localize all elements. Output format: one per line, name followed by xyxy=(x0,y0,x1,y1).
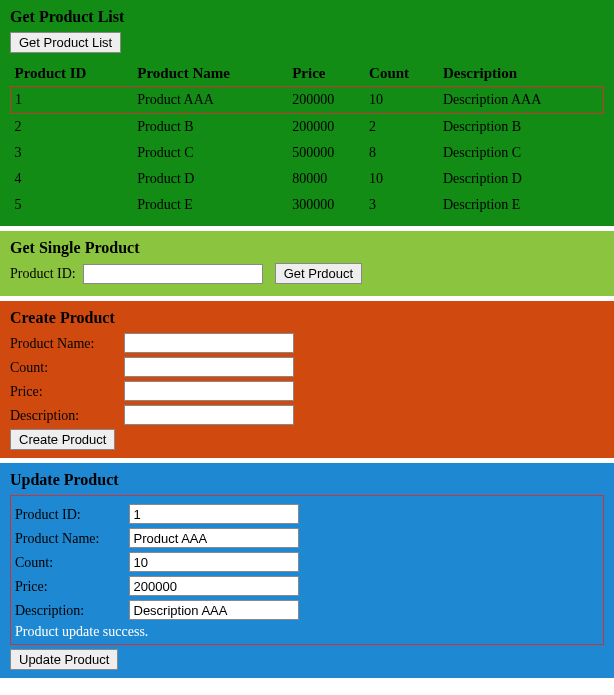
cell-name: Product E xyxy=(133,192,288,218)
get-product-list-panel: Get Product List Get Product List Produc… xyxy=(0,0,614,226)
product-table: Product ID Product Name Price Count Desc… xyxy=(10,61,604,218)
update-desc-label: Description: xyxy=(15,603,125,619)
update-name-label: Product Name: xyxy=(15,531,125,547)
update-product-box: Product ID: Product Name: Count: Price: … xyxy=(10,495,604,645)
table-row[interactable]: 3Product C5000008Description C xyxy=(11,140,604,166)
create-count-label: Count: xyxy=(10,360,120,376)
get-product-button[interactable]: Get Prdouct xyxy=(275,263,362,284)
create-desc-input[interactable] xyxy=(124,405,294,425)
update-id-input[interactable] xyxy=(129,504,299,524)
cell-id: 2 xyxy=(11,114,134,141)
create-count-input[interactable] xyxy=(124,357,294,377)
cell-id: 5 xyxy=(11,192,134,218)
cell-id: 4 xyxy=(11,166,134,192)
cell-name: Product B xyxy=(133,114,288,141)
create-product-title: Create Product xyxy=(10,309,604,327)
update-count-input[interactable] xyxy=(129,552,299,572)
col-count: Count xyxy=(365,61,439,87)
create-price-input[interactable] xyxy=(124,381,294,401)
single-product-id-input[interactable] xyxy=(83,264,263,284)
update-price-label: Price: xyxy=(15,579,125,595)
cell-count: 10 xyxy=(365,87,439,114)
col-price: Price xyxy=(288,61,365,87)
cell-desc: Description E xyxy=(439,192,604,218)
cell-id: 1 xyxy=(11,87,134,114)
get-single-product-title: Get Single Product xyxy=(10,239,604,257)
table-row[interactable]: 2Product B2000002Description B xyxy=(11,114,604,141)
cell-desc: Description AAA xyxy=(439,87,604,114)
update-desc-input[interactable] xyxy=(129,600,299,620)
create-name-label: Product Name: xyxy=(10,336,120,352)
cell-count: 3 xyxy=(365,192,439,218)
cell-name: Product C xyxy=(133,140,288,166)
get-single-product-panel: Get Single Product Product ID: Get Prdou… xyxy=(0,231,614,296)
update-product-title: Update Product xyxy=(10,471,604,489)
cell-id: 3 xyxy=(11,140,134,166)
cell-desc: Description C xyxy=(439,140,604,166)
cell-count: 10 xyxy=(365,166,439,192)
table-row[interactable]: 5Product E3000003Description E xyxy=(11,192,604,218)
create-price-label: Price: xyxy=(10,384,120,400)
table-row[interactable]: 4Product D8000010Description D xyxy=(11,166,604,192)
update-count-label: Count: xyxy=(15,555,125,571)
update-price-input[interactable] xyxy=(129,576,299,596)
product-table-header: Product ID Product Name Price Count Desc… xyxy=(11,61,604,87)
cell-price: 300000 xyxy=(288,192,365,218)
col-name: Product Name xyxy=(133,61,288,87)
get-product-list-title: Get Product List xyxy=(10,8,604,26)
cell-name: Product AAA xyxy=(133,87,288,114)
cell-price: 200000 xyxy=(288,87,365,114)
single-product-id-label: Product ID: xyxy=(10,266,76,281)
cell-name: Product D xyxy=(133,166,288,192)
update-id-label: Product ID: xyxy=(15,507,125,523)
update-product-button[interactable]: Update Product xyxy=(10,649,118,670)
col-desc: Description xyxy=(439,61,604,87)
cell-count: 2 xyxy=(365,114,439,141)
create-product-panel: Create Product Product Name: Count: Pric… xyxy=(0,301,614,458)
update-product-panel: Update Product Product ID: Product Name:… xyxy=(0,463,614,678)
update-name-input[interactable] xyxy=(129,528,299,548)
get-product-list-button[interactable]: Get Product List xyxy=(10,32,121,53)
update-status-message: Product update success. xyxy=(15,624,599,640)
create-name-input[interactable] xyxy=(124,333,294,353)
table-row[interactable]: 1Product AAA20000010Description AAA xyxy=(11,87,604,114)
col-id: Product ID xyxy=(11,61,134,87)
create-desc-label: Description: xyxy=(10,408,120,424)
cell-price: 80000 xyxy=(288,166,365,192)
cell-desc: Description D xyxy=(439,166,604,192)
create-product-button[interactable]: Create Product xyxy=(10,429,115,450)
cell-price: 200000 xyxy=(288,114,365,141)
cell-count: 8 xyxy=(365,140,439,166)
cell-desc: Description B xyxy=(439,114,604,141)
cell-price: 500000 xyxy=(288,140,365,166)
